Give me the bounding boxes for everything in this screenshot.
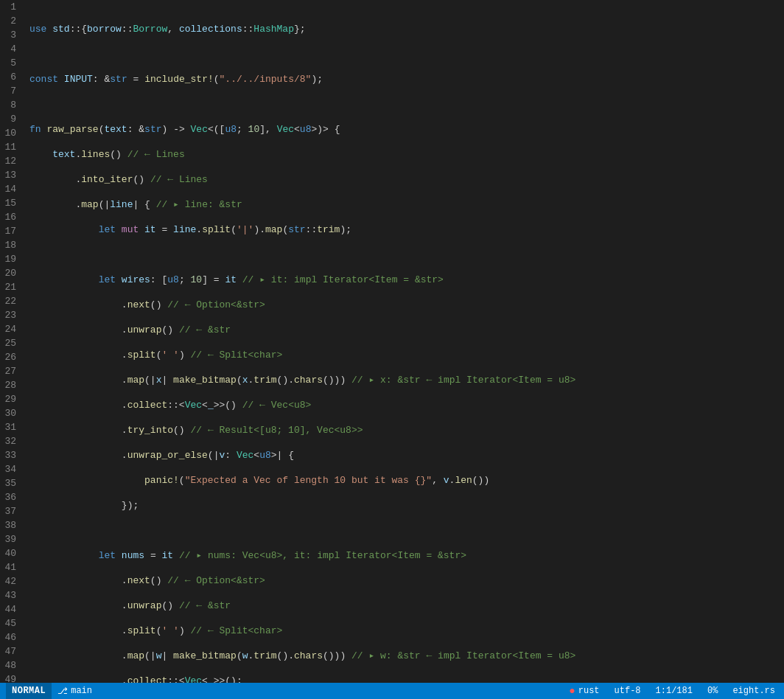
line-24: .unwrap() // ← &str	[29, 599, 784, 613]
line-6: text.lines() // ← Lines	[29, 147, 784, 161]
branch-icon: ⎇	[57, 686, 68, 697]
line-2	[29, 47, 784, 61]
position-label: 1:1/181	[656, 686, 693, 696]
line-5: fn raw_parse(text: &str) -> Vec<([u8; 10…	[29, 122, 784, 136]
rust-error-dot: ●	[569, 685, 575, 697]
line-16: .collect::<Vec<_>>() // ← Vec<u8>	[29, 398, 784, 412]
line-18: .unwrap_or_else(|v: Vec<u8>| {	[29, 448, 784, 462]
line-27: .collect::<Vec<_>>();	[29, 674, 784, 683]
line-20: });	[29, 498, 784, 512]
percent-label: 0%	[707, 686, 718, 696]
line-26: .map(|w| make_bitmap(w.trim().chars())) …	[29, 649, 784, 663]
encoding-label: utf-8	[615, 686, 641, 696]
status-mode: NORMAL	[6, 683, 52, 699]
mode-label: NORMAL	[12, 686, 46, 696]
line-11: let wires: [u8; 10] = it // ▸ it: impl I…	[29, 273, 784, 287]
line-14: .split(' ') // ← Split<char>	[29, 348, 784, 362]
status-right: ● rust utf-8 1:1/181 0% eight.rs	[566, 685, 778, 697]
status-branch: ⎇ main	[57, 686, 92, 697]
line-3: const INPUT: &str = include_str!("../../…	[29, 72, 784, 86]
line-4	[29, 97, 784, 111]
line-numbers: 1 2 3 4 5 6 7 8 9 10 11 12 13 14 15 16 1…	[0, 0, 27, 683]
line-7: .into_iter() // ← Lines	[29, 173, 784, 187]
line-9: let mut it = line.split('|').map(str::tr…	[29, 223, 784, 237]
status-error: ● rust	[566, 685, 602, 697]
status-filename: eight.rs	[729, 686, 778, 696]
line-13: .unwrap() // ← &str	[29, 323, 784, 337]
status-encoding: utf-8	[612, 686, 644, 696]
line-15: .map(|x| make_bitmap(x.trim().chars())) …	[29, 373, 784, 387]
status-percent: 0%	[704, 686, 721, 696]
statusbar: NORMAL ⎇ main ● rust utf-8 1:1/181 0% ei…	[0, 683, 784, 699]
branch-name: main	[71, 686, 92, 696]
line-25: .split(' ') // ← Split<char>	[29, 624, 784, 638]
editor: 1 2 3 4 5 6 7 8 9 10 11 12 13 14 15 16 1…	[0, 0, 784, 683]
code-area[interactable]: 1 2 3 4 5 6 7 8 9 10 11 12 13 14 15 16 1…	[0, 0, 784, 683]
line-22: let nums = it // ▸ nums: Vec<u8>, it: im…	[29, 549, 784, 563]
line-1: use std::{borrow::Borrow, collections::H…	[29, 22, 784, 36]
line-12: .next() // ← Option<&str>	[29, 298, 784, 312]
lang-label: rust	[578, 686, 600, 696]
status-left: NORMAL ⎇ main	[6, 683, 92, 699]
line-21	[29, 524, 784, 538]
line-23: .next() // ← Option<&str>	[29, 574, 784, 588]
line-17: .try_into() // ← Result<[u8; 10], Vec<u8…	[29, 423, 784, 437]
line-8: .map(|line| { // ▸ line: &str	[29, 198, 784, 212]
line-19: panic!("Expected a Vec of length 10 but …	[29, 473, 784, 487]
code-content: use std::{borrow::Borrow, collections::H…	[27, 0, 784, 683]
line-10	[29, 248, 784, 262]
status-position: 1:1/181	[653, 686, 696, 696]
filename-label: eight.rs	[732, 686, 775, 696]
